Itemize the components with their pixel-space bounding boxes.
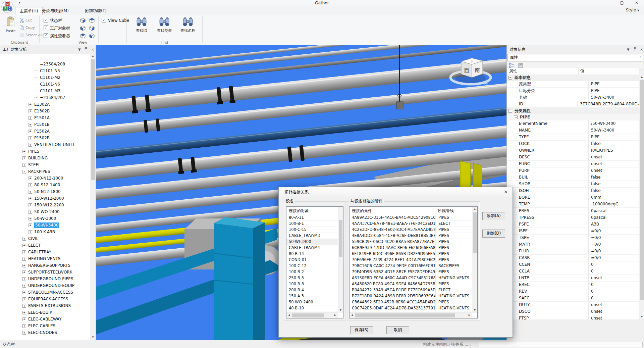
expand-icon[interactable]: + xyxy=(29,109,32,113)
tree-item-label[interactable]: ELEC-CABLES xyxy=(28,324,55,328)
collapse-icon[interactable]: - xyxy=(22,170,26,173)
scroll-left-icon[interactable]: ◀ xyxy=(350,313,355,318)
property-row[interactable]: OWNERRACKPIPES xyxy=(507,147,639,154)
tree-item[interactable]: C1101-N6 xyxy=(0,81,90,88)
tree-item[interactable]: +PIPES xyxy=(0,148,90,155)
tree-item-label[interactable]: VENTILATION_UNIT1 xyxy=(34,142,75,147)
pin-icon[interactable] xyxy=(633,48,637,51)
paste-button[interactable]: Paste xyxy=(3,16,18,42)
property-row[interactable]: PURPunset xyxy=(507,167,639,174)
tree-item-label[interactable]: PIPES xyxy=(28,149,39,154)
expand-icon[interactable]: + xyxy=(22,250,26,254)
close-icon[interactable]: × xyxy=(640,48,643,51)
tree-item[interactable]: +CIVIL xyxy=(0,235,90,242)
tree-item-label[interactable]: 50-WI-3400 xyxy=(34,222,59,228)
expand-icon[interactable]: + xyxy=(22,163,26,167)
tree-item[interactable]: +50-N12-1800 xyxy=(0,188,90,195)
collapse-icon[interactable]: − xyxy=(508,109,512,113)
tree-item[interactable]: +SUPPORT-STEELWORK xyxy=(0,269,90,276)
scrollbar-thumb[interactable] xyxy=(339,220,342,257)
checkbox-view-cube[interactable]: ✓View Cube xyxy=(102,18,129,24)
property-group-row[interactable]: −分类属性 xyxy=(507,108,639,114)
parts-list[interactable]: 连接的元件 所属管线 4A89A23C-315F-4AC6-BA4C-ADC54… xyxy=(349,206,478,318)
expand-icon[interactable]: + xyxy=(22,331,26,335)
scroll-up-icon[interactable]: ▲ xyxy=(472,207,477,212)
tree-item-label[interactable]: BUILDING xyxy=(28,156,48,160)
device-row[interactable]: 150-A-3 xyxy=(286,293,338,299)
app-logo-icon[interactable]: M F C xyxy=(1,1,13,13)
expand-icon[interactable]: + xyxy=(29,143,32,147)
expand-icon[interactable]: + xyxy=(22,150,26,153)
tree-item[interactable]: +ELEC-EQUIP xyxy=(0,309,90,316)
tree-item[interactable]: +HEATING-VENTS xyxy=(0,255,90,262)
tree-item[interactable]: +PANELS-EXTRUSIONS xyxy=(0,302,90,309)
expand-icon[interactable]: + xyxy=(22,237,26,241)
property-row[interactable]: PTSPunset xyxy=(507,315,639,319)
tree-item[interactable]: C1101-N5 xyxy=(0,67,90,74)
part-row[interactable]: 4E8A4DD2-0584-4CFB-A36F-DEB81BB53BFFPIPE… xyxy=(350,233,472,239)
tree-item[interactable]: +EQUIPRACK-ACCESS xyxy=(0,296,90,302)
tree-item[interactable]: +UNDERGROUND-EQUIP xyxy=(0,282,90,289)
view-cube-direction-icon[interactable] xyxy=(89,17,96,24)
tree-item-label[interactable]: ELEC-CABLEWAY xyxy=(28,317,61,321)
device-row[interactable]: 50-WI-3400 xyxy=(286,239,338,245)
tree-item[interactable]: +50-WO-2400 xyxy=(0,208,90,215)
device-row[interactable]: CABLE_TRAY/M3 xyxy=(286,233,338,239)
property-row[interactable]: LNTPunset xyxy=(507,275,639,282)
property-row[interactable]: DESCunset xyxy=(507,154,639,161)
tree-item[interactable]: -RACKPIPES xyxy=(0,168,90,175)
part-row[interactable]: A3150E8D-E0EA-460C-AA4D-C9C34F817684HEAT… xyxy=(350,275,472,281)
tree-item[interactable]: +BUILDING xyxy=(0,155,90,161)
expand-icon[interactable]: + xyxy=(29,116,32,120)
expand-icon[interactable]: + xyxy=(22,257,26,261)
property-row[interactable]: ISPE=0/0 xyxy=(507,228,639,235)
close-icon[interactable]: × xyxy=(92,48,94,51)
property-row[interactable]: 名称50-WI-3400 xyxy=(507,94,639,101)
tree-item-label[interactable]: HANGERS-SUPPORTS xyxy=(28,263,70,268)
property-row[interactable]: BORE0mm xyxy=(507,194,639,201)
tree-item[interactable]: +ELEC-CABLEWAY xyxy=(0,316,90,322)
part-row[interactable]: 4C2E3DFD-8E48-4E02-83C4-A57EAAAD8594PIPE… xyxy=(350,227,472,233)
property-row[interactable]: TSPE=0/0 xyxy=(507,235,639,241)
tree-item-label[interactable]: 50-W-3000 xyxy=(34,216,56,221)
tree-item[interactable]: +P1502A xyxy=(0,128,90,135)
scroll-up-icon[interactable]: ▲ xyxy=(639,74,644,80)
tree-item-label[interactable]: UNDERGROUND-EQUIP xyxy=(28,283,74,288)
property-row[interactable]: DSCOunset xyxy=(507,308,639,315)
find-type-button[interactable]: 查找类型 xyxy=(154,16,175,42)
quick-access-arrow-icon[interactable]: ▾ xyxy=(19,1,20,4)
tree-item-label[interactable]: C1101-N5 xyxy=(40,68,60,73)
tree-item[interactable]: +ELECT xyxy=(0,242,90,249)
chevron-down-icon[interactable]: ▼ xyxy=(627,48,630,51)
expand-icon[interactable]: + xyxy=(29,210,32,214)
tree-item[interactable]: +P1501A xyxy=(0,114,90,121)
expand-icon[interactable]: + xyxy=(22,284,26,288)
expand-icon[interactable]: + xyxy=(22,317,26,321)
tree-item-label[interactable]: P1501B xyxy=(34,122,50,127)
delete-button[interactable]: 删除(D) xyxy=(482,230,505,238)
chevron-down-icon[interactable]: ▼ xyxy=(78,48,81,51)
property-grid-body[interactable]: −基本信息原类型PIPE目标分类PIPE名称50-WI-3400ID3E7C84… xyxy=(507,74,639,319)
nav-tree[interactable]: =23584/208C1101-N5C1101-M2C1101-N6C1101-… xyxy=(0,54,90,340)
tree-item-label[interactable]: E1302B xyxy=(34,109,50,113)
scroll-down-icon[interactable]: ▼ xyxy=(90,335,96,340)
tree-item[interactable]: +50-WI-3400 xyxy=(0,222,90,229)
parts-list-vscroll[interactable]: ▲ ▼ xyxy=(472,207,477,313)
add-button[interactable]: 添加(A) xyxy=(482,212,505,220)
tree-item-label[interactable]: STABCOLUMN-ACCESS xyxy=(28,290,73,295)
scroll-right-icon[interactable]: ▶ xyxy=(467,313,472,318)
property-row[interactable]: 原类型PIPE xyxy=(507,81,639,88)
checkbox-property-viewer[interactable]: ✓属性查看器 xyxy=(44,33,70,40)
tree-item-label[interactable]: 100-K-A3B xyxy=(34,230,55,234)
categorize-icon[interactable] xyxy=(509,63,514,68)
tree-item[interactable]: =23584/208 xyxy=(0,61,90,67)
device-row[interactable]: 250-B-5 xyxy=(286,275,338,281)
property-row[interactable]: TPRESS0pascal xyxy=(507,214,639,221)
tree-item-label[interactable]: 50-N12-1800 xyxy=(34,189,61,194)
expand-icon[interactable]: + xyxy=(22,297,26,301)
cancel-button[interactable]: 取消 xyxy=(386,326,409,334)
expand-icon[interactable]: + xyxy=(22,311,26,314)
tree-item-label[interactable]: CABLETRAY xyxy=(28,250,51,254)
scrollbar-thumb[interactable] xyxy=(292,313,324,317)
property-row[interactable]: DUTYunset xyxy=(507,302,639,308)
